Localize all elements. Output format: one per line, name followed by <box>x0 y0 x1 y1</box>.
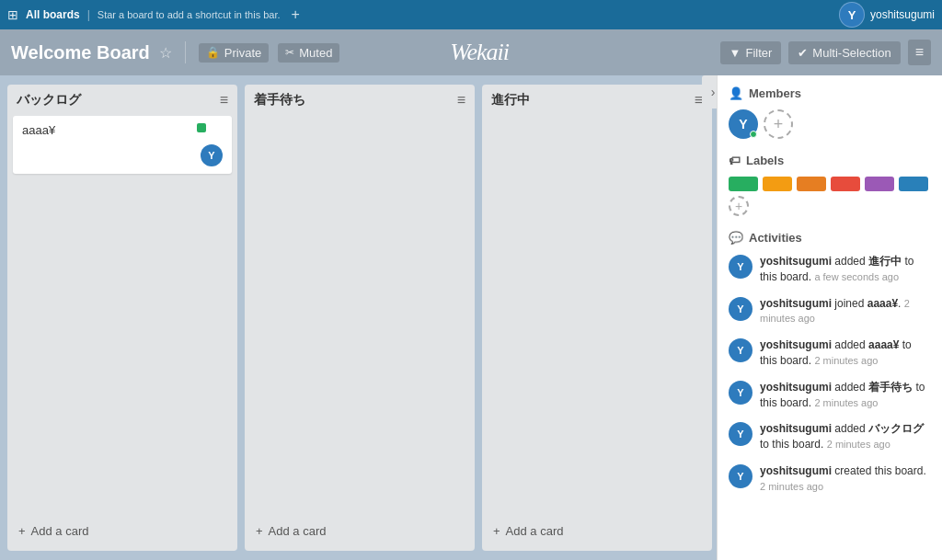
star-icon[interactable]: ☆ <box>159 44 172 62</box>
list-body-backlog: aaaa¥ Y <box>7 116 237 515</box>
activity-item: Y yoshitsugumi joined aaaa¥. 2 minutes a… <box>729 296 931 327</box>
add-card-icon-pending: + <box>256 524 263 538</box>
add-board-icon[interactable]: + <box>292 6 300 23</box>
add-card-label-inprogress: Add a card <box>506 524 564 538</box>
activity-text-3: yoshitsugumi added aaaa¥ to this board. … <box>760 337 931 369</box>
board-content: › バックログ ≡ aaaa¥ Y + Add a card <box>0 75 717 560</box>
board-title: Welcome Board <box>11 42 150 63</box>
activity-avatar-6: Y <box>729 464 752 488</box>
labels-section: 🏷 Labels + <box>729 154 931 216</box>
activity-item: Y yoshitsugumi added 進行中 to this board. … <box>729 254 931 285</box>
list-menu-icon-backlog[interactable]: ≡ <box>220 92 228 109</box>
members-section: 👤 Members Y + <box>729 86 931 139</box>
card-footer-aaaa: Y <box>22 144 223 166</box>
check-icon: ✔ <box>798 46 808 60</box>
activity-avatar-2: Y <box>729 297 752 321</box>
activity-item: Y yoshitsugumi added aaaa¥ to this board… <box>729 337 931 369</box>
multi-selection-button[interactable]: ✔ Multi-Selection <box>788 41 900 64</box>
members-title: 👤 Members <box>729 86 931 100</box>
header-right: ▼ Filter ✔ Multi-Selection ≡ <box>720 40 931 65</box>
activity-text-2: yoshitsugumi joined aaaa¥. 2 minutes ago <box>760 296 931 327</box>
board-header: Welcome Board ☆ 🔒 Private ✂ Muted Wekaii… <box>0 29 942 75</box>
list-header-backlog: バックログ ≡ <box>7 85 237 116</box>
private-badge: 🔒 Private <box>199 43 269 63</box>
add-card-inprogress[interactable]: + Add a card <box>486 519 708 543</box>
add-member-button[interactable]: + <box>764 109 793 139</box>
add-card-icon-backlog: + <box>18 524 26 538</box>
label-red[interactable] <box>831 177 860 191</box>
add-card-label-backlog: Add a card <box>31 524 89 538</box>
activity-avatar-4: Y <box>729 381 752 405</box>
members-row: Y + <box>729 109 931 139</box>
list-inprogress: 進行中 ≡ + Add a card <box>482 85 712 551</box>
labels-icon: 🏷 <box>729 154 741 167</box>
add-label-button[interactable]: + <box>729 196 749 216</box>
card-aaaa[interactable]: aaaa¥ Y <box>13 116 232 174</box>
separator: | <box>87 8 90 21</box>
activity-item: Y yoshitsugumi added バックログ to this board… <box>729 421 931 452</box>
labels-label: Labels <box>746 154 784 167</box>
list-header-inprogress: 進行中 ≡ <box>482 85 712 116</box>
members-label: Members <box>749 86 801 100</box>
card-avatar-aaaa: Y <box>201 144 223 166</box>
filter-button[interactable]: ▼ Filter <box>720 41 782 64</box>
muted-badge: ✂ Muted <box>278 43 339 63</box>
activities-title: 💬 Activities <box>729 231 931 245</box>
label-blue[interactable] <box>899 177 928 191</box>
list-menu-icon-pending[interactable]: ≡ <box>457 92 465 109</box>
user-avatar[interactable]: Y <box>839 2 865 28</box>
list-pending: 着手待ち ≡ + Add a card <box>245 85 475 551</box>
label-purple[interactable] <box>865 177 894 191</box>
activities-list: Y yoshitsugumi added 進行中 to this board. … <box>729 254 931 495</box>
activities-label: Activities <box>749 231 802 245</box>
username-label: yoshitsugumi <box>870 8 935 21</box>
all-boards-link[interactable]: All boards <box>26 8 80 21</box>
card-title-aaaa: aaaa¥ <box>22 123 55 137</box>
list-title-backlog: バックログ <box>17 92 81 109</box>
add-card-icon-inprogress: + <box>493 524 500 538</box>
panel-toggle[interactable]: › <box>702 75 717 109</box>
filter-label: Filter <box>745 46 772 60</box>
card-green-label <box>197 123 206 132</box>
list-body-inprogress <box>482 116 712 515</box>
activities-section: 💬 Activities Y yoshitsugumi added 進行中 to… <box>729 231 931 495</box>
wekan-logo: Wekaii <box>450 39 509 66</box>
activity-text-5: yoshitsugumi added バックログ to this board. … <box>760 421 931 452</box>
labels-row: + <box>729 177 931 216</box>
grid-icon: ⊞ <box>7 7 18 22</box>
top-bar: ⊞ All boards | Star a board to add a sho… <box>0 0 942 29</box>
add-card-backlog[interactable]: + Add a card <box>11 519 234 543</box>
list-backlog: バックログ ≡ aaaa¥ Y + Add a card <box>7 85 237 551</box>
multi-select-label: Multi-Selection <box>812 46 890 60</box>
activities-icon: 💬 <box>729 231 743 245</box>
add-card-pending[interactable]: + Add a card <box>248 519 471 543</box>
shortcut-hint: Star a board to add a shortcut in this b… <box>98 9 281 20</box>
private-label: Private <box>224 46 261 60</box>
right-panel: 👤 Members Y + 🏷 Labels <box>717 75 942 560</box>
top-bar-right: Y yoshitsugumi <box>839 2 935 28</box>
activity-text-4: yoshitsugumi added 着手待ち to this board. 2… <box>760 380 931 411</box>
filter-icon: ▼ <box>729 46 741 60</box>
add-card-label-pending: Add a card <box>269 524 327 538</box>
activity-item: Y yoshitsugumi created this board. 2 min… <box>729 463 931 495</box>
label-orange[interactable] <box>797 177 826 191</box>
board-menu-button[interactable]: ≡ <box>908 40 931 65</box>
member-avatar-y[interactable]: Y <box>729 109 758 139</box>
muted-label: Muted <box>299 46 332 60</box>
muted-icon: ✂ <box>285 46 294 59</box>
list-title-pending: 着手待ち <box>254 92 305 109</box>
activity-avatar-5: Y <box>729 422 752 446</box>
activity-text-6: yoshitsugumi created this board. 2 minut… <box>760 463 931 495</box>
board-outer: › バックログ ≡ aaaa¥ Y + Add a card <box>0 75 942 560</box>
activity-item: Y yoshitsugumi added 着手待ち to this board.… <box>729 380 931 411</box>
activity-avatar-1: Y <box>729 255 752 279</box>
label-yellow[interactable] <box>763 177 792 191</box>
activity-text-1: yoshitsugumi added 進行中 to this board. a … <box>760 254 931 285</box>
lock-icon: 🔒 <box>206 46 220 59</box>
header-divider <box>185 41 186 63</box>
online-dot <box>750 131 757 138</box>
members-icon: 👤 <box>729 86 743 100</box>
label-green[interactable] <box>729 177 758 191</box>
labels-title: 🏷 Labels <box>729 154 931 167</box>
list-body-pending <box>245 116 475 515</box>
